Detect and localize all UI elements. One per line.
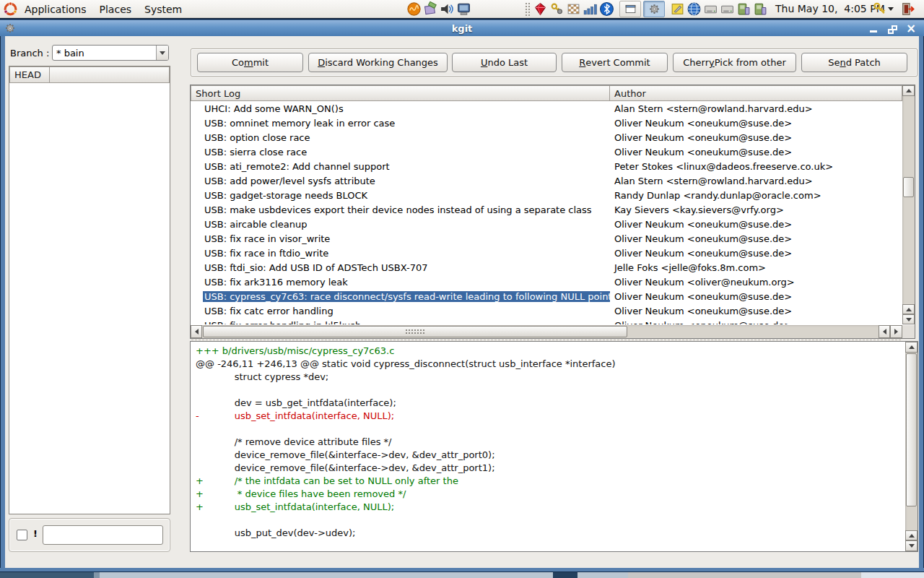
ruby-gem-icon[interactable] [533, 1, 548, 17]
taskbar-segment [94, 572, 100, 578]
panel-clock[interactable]: Thu May 10, 4:05 PM [775, 0, 885, 18]
kgit-titlebar[interactable]: kgit × [0, 20, 924, 36]
scroll-up-icon[interactable] [905, 530, 918, 540]
table-row[interactable]: USB: fix race in visor_writeOliver Neuku… [191, 231, 902, 246]
scroll-up-icon[interactable] [902, 85, 915, 96]
table-row[interactable]: USB: omninet memory leak in error caseOl… [191, 116, 902, 130]
table-row[interactable]: USB: fix catc error handlingOliver Neuku… [191, 303, 902, 318]
window-icon[interactable] [624, 3, 637, 15]
gear-icon[interactable] [648, 3, 661, 15]
notes-icon[interactable] [670, 1, 685, 17]
scroll-left-icon[interactable] [879, 325, 890, 338]
remote-desktop-icon[interactable] [456, 1, 471, 17]
diff-line: dev = usb_get_intfdata(interface); [196, 397, 902, 410]
commit-short-log: USB: fix ark3116 memory leak [203, 277, 610, 288]
close-button[interactable]: × [904, 22, 918, 34]
chevron-down-icon [888, 7, 894, 11]
table-row[interactable]: USB: aircable cleanupOliver Neukum <oneu… [191, 217, 902, 231]
commit-short-log: USB: add power/level sysfs attribute [203, 176, 610, 186]
scroll-right-icon[interactable] [890, 325, 902, 338]
table-hscrollbar[interactable] [191, 325, 902, 338]
table-row[interactable]: USB: fix ark3116 memory leakOliver Neuku… [191, 275, 902, 289]
vscroll-thumb[interactable] [903, 177, 914, 197]
table-row[interactable]: USB: add power/level sysfs attributeAlan… [191, 173, 902, 188]
scroll-up-icon[interactable] [905, 342, 918, 353]
commit-button[interactable]: Commit [197, 53, 303, 72]
pattern-icon[interactable] [566, 1, 581, 17]
logout-icon[interactable] [899, 1, 917, 17]
ubuntu-logo-icon[interactable] [3, 1, 18, 17]
window-list-button[interactable] [643, 1, 665, 17]
taskbar-segment[interactable] [100, 572, 553, 578]
table-row[interactable]: USB: fix error handling in kl5kusbOliver… [191, 318, 902, 324]
table-vscrollbar[interactable] [902, 85, 915, 324]
taskbar-segment[interactable] [553, 572, 578, 578]
drive-icon[interactable] [703, 1, 718, 17]
head-column-header[interactable]: HEAD [9, 66, 50, 83]
column-header-author[interactable]: Author [609, 85, 902, 101]
table-row[interactable]: USB: fix race in ftdio_writeOliver Neuku… [191, 246, 902, 260]
drive-icon[interactable] [720, 1, 735, 17]
taskbar-segment [578, 572, 628, 578]
branch-combo-value: * bain [53, 48, 156, 59]
keyring-menu-icon [872, 1, 887, 17]
diff-line: device_remove_file(&interface->dev, &dev… [196, 449, 902, 462]
table-row[interactable]: USB: cypress_cy7c63: race disconnect/sys… [191, 289, 902, 303]
removable-media-icon[interactable] [753, 1, 768, 17]
menu-places[interactable]: Places [93, 2, 139, 17]
tray-group-mid [533, 1, 614, 17]
signal-strength-icon[interactable] [583, 1, 598, 17]
scroll-left-icon[interactable] [191, 325, 202, 338]
cherry-pick-from-other-button[interactable]: Cherry Pick from other [673, 53, 796, 72]
branch-combo[interactable]: * bain [52, 45, 169, 61]
send-patch-button[interactable]: Send Patch [801, 53, 907, 72]
branch-combo-arrow[interactable] [156, 46, 168, 60]
scroll-down-icon[interactable] [902, 314, 915, 324]
scroll-down-icon[interactable] [905, 540, 918, 551]
scroll-up-icon[interactable] [902, 304, 915, 314]
diff-line [196, 423, 902, 436]
head-list[interactable]: HEAD [9, 66, 170, 514]
table-row[interactable]: USB: ftdi_sio: Add USB ID of ADSTech USB… [191, 260, 902, 275]
tray-group-right [670, 1, 768, 17]
taskbar-segment[interactable] [628, 572, 861, 578]
panel-separator-handle[interactable] [525, 2, 530, 16]
table-row[interactable]: USB: ati_remote2: Add channel supportPet… [191, 159, 902, 173]
table-row[interactable]: USB: option close raceOliver Neukum <one… [191, 130, 902, 144]
table-header: Short Log Author [191, 85, 902, 101]
column-header-short-log[interactable]: Short Log [191, 85, 610, 101]
flag-checkbox[interactable] [17, 530, 27, 540]
hscroll-thumb[interactable] [203, 326, 627, 337]
menu-system[interactable]: System [138, 2, 188, 17]
vscroll-thumb[interactable] [906, 353, 917, 506]
commit-author: Oliver Neukum <oneukum@suse.de> [610, 233, 902, 244]
discard-working-changes-button[interactable]: Discard Working Changes [308, 53, 448, 72]
table-row[interactable]: USB: gadget-storage needs BLOCKRandy Dun… [191, 188, 902, 202]
branch-label: Branch : [10, 48, 49, 59]
commit-list: UHCI: Add some WARN_ON()sAlan Stern <ste… [191, 101, 902, 324]
keyring-menu[interactable] [872, 1, 894, 17]
audio-player-icon[interactable] [406, 1, 422, 17]
commit-short-log: USB: gadget-storage needs BLOCK [203, 190, 610, 201]
volume-icon[interactable] [440, 1, 455, 17]
diff-view[interactable]: +++ b/drivers/usb/misc/cypress_cy7c63.c@… [190, 341, 918, 552]
window-list-button[interactable] [619, 1, 641, 17]
panel-menubar: ApplicationsPlacesSystem [3, 0, 188, 18]
taskbar-segment[interactable] [0, 572, 94, 578]
commit-short-log: USB: fix race in ftdio_write [203, 248, 610, 259]
diff-vscrollbar[interactable] [905, 342, 918, 551]
package-manager-icon[interactable] [423, 1, 438, 17]
bluetooth-icon[interactable] [599, 1, 614, 17]
table-row[interactable]: USB: make usbdevices export their device… [191, 202, 902, 217]
undo-last-button[interactable]: Undo Last [452, 53, 557, 72]
minimize-button[interactable] [866, 22, 881, 34]
maximize-button[interactable] [885, 22, 899, 34]
keyring-icon[interactable] [549, 1, 565, 17]
browser-icon[interactable] [687, 1, 702, 17]
table-row[interactable]: UHCI: Add some WARN_ON()sAlan Stern <ste… [191, 101, 902, 116]
table-row[interactable]: USB: sierra close raceOliver Neukum <one… [191, 144, 902, 159]
revert-commit-button[interactable]: Revert Commit [562, 53, 668, 72]
flag-text-input[interactable] [43, 525, 163, 545]
menu-applications[interactable]: Applications [18, 2, 93, 17]
removable-media-icon[interactable] [736, 1, 751, 17]
